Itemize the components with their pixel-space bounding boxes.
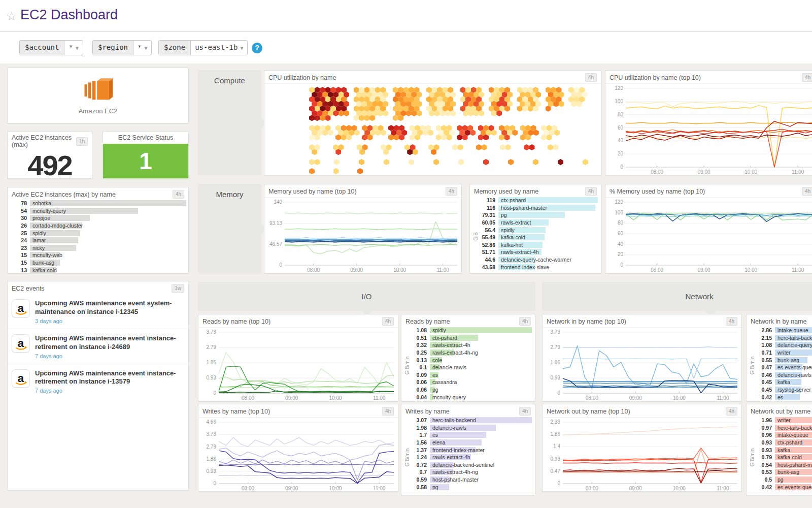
template-var-zone[interactable]: $zone us-east-1b▼ (158, 40, 248, 55)
bar-label: bunk-asg (32, 260, 54, 266)
hexbin-cell (533, 159, 538, 165)
var-value[interactable]: *▼ (64, 41, 82, 55)
help-icon[interactable]: ? (252, 43, 262, 53)
chevron-down-icon: ▼ (240, 45, 243, 51)
section-label-network: Network (542, 282, 812, 311)
bar-row: 0.72delancie-backend-sentinel (409, 461, 535, 469)
bar-track: bunk-asg (775, 469, 812, 475)
bar-list-axis-label: GiB (473, 221, 479, 252)
hexbin-cell (409, 159, 414, 165)
bar-track: nicky (30, 245, 188, 251)
bar-label: pg (432, 484, 438, 490)
hexbin-cluster (388, 125, 408, 141)
svg-text:08:00: 08:00 (651, 169, 663, 175)
bar-row: 44.6delancie-query-cache-warmer (477, 256, 601, 264)
svg-text:0.93: 0.93 (551, 375, 561, 380)
bar-value: 0.25 (409, 350, 427, 356)
bar-track: rawls-extract-4h (430, 342, 535, 348)
svg-text:20: 20 (618, 151, 624, 156)
hexbin-cluster (508, 159, 522, 165)
timeframe-badge: 4h (802, 187, 812, 196)
var-value[interactable]: us-east-1b▼ (191, 41, 247, 55)
hexbin-cluster (460, 87, 485, 116)
bar-track: intake-queue (775, 327, 812, 333)
event-title: Upcoming AWS maintenance event instance-… (35, 334, 183, 352)
bar-value: 1.7 (409, 432, 427, 438)
hexbin-cluster (568, 87, 588, 107)
hexbin-cell (334, 159, 340, 165)
bar-value: 0.97 (754, 425, 772, 431)
bar-row: 24lamar (9, 237, 188, 244)
bar-label: herc-tails-backend (777, 335, 812, 341)
favorite-star-icon[interactable]: ☆ (6, 9, 17, 23)
bar-track: delancie-rawls (430, 364, 535, 370)
template-variable-bar: $account *▼ $region *▼ $zone us-east-1b▼… (0, 32, 812, 64)
event-item[interactable]: a Upcoming AWS maintenance event instanc… (8, 329, 188, 364)
template-var-account[interactable]: $account *▼ (19, 40, 83, 55)
svg-text:3.73: 3.73 (207, 431, 217, 437)
bar-track: ctx-pshard (775, 439, 812, 446)
bar-track: herc-tails-backend (775, 425, 812, 431)
svg-text:0.93: 0.93 (207, 375, 217, 380)
hexbin-cluster (309, 168, 318, 174)
bar-track: pg (498, 212, 601, 218)
svg-text:10:00: 10:00 (329, 395, 342, 401)
bar-row: 0.04mcnulty-query (409, 393, 535, 401)
timeframe-badge: 1w (172, 284, 184, 293)
svg-text:120: 120 (615, 85, 623, 91)
hexbin-cluster (533, 159, 547, 165)
hexbin-cluster (359, 159, 373, 165)
hexbin-row (309, 87, 588, 121)
writes-list-widget: Writes by name 4h GiB/min3.07herc-tails-… (401, 404, 535, 495)
event-item[interactable]: a Upcoming AWS maintenance event instanc… (8, 364, 188, 399)
bar-row: 26cortado-mdog-cluster (9, 222, 188, 230)
bar-row: 0.93kafka (754, 446, 812, 454)
service-status-value: 1 (103, 144, 188, 178)
bar-row: 55.49kafka-cold (477, 234, 601, 241)
bar-track: intake-queue (775, 432, 812, 438)
memory-bar-list: GiB119ctx-pshard116host-pshard-master79.… (470, 197, 601, 271)
bar-value: 0.32 (409, 342, 427, 348)
bar-track: pg (775, 477, 812, 483)
hexbin-cluster (357, 168, 366, 174)
bar-row: 0.06cassandra (409, 378, 535, 386)
bar-value: 0.96 (754, 432, 772, 438)
svg-text:08:00: 08:00 (242, 486, 254, 491)
hexbin-cell (433, 159, 439, 165)
bar-row: 78sobotka (9, 200, 188, 207)
svg-text:11:00: 11:00 (437, 267, 450, 273)
bar-row: 52.86kafka-hot (477, 241, 601, 249)
hexbin-cluster (433, 159, 447, 165)
svg-text:a: a (17, 336, 24, 349)
bar-value: 0.13 (409, 357, 427, 363)
var-value[interactable]: *▼ (133, 41, 151, 55)
bar-row: 1.08delancie-query-cache-warmer (754, 341, 812, 349)
logo-label: Amazon EC2 (79, 107, 118, 115)
bar-label: es-events-queue (777, 364, 812, 370)
bar-value: 0.5 (754, 477, 772, 483)
widget-title: % Memory used by name (top 10) (610, 188, 705, 195)
bar-value: 0.79 (754, 454, 772, 460)
bar-label: es (432, 372, 438, 378)
bar-label: mcnulty-query (432, 394, 466, 400)
svg-text:1.86: 1.86 (207, 456, 217, 462)
template-var-region[interactable]: $region *▼ (92, 40, 152, 55)
bar-label: host-pshard-master (432, 477, 479, 483)
bar-row: 25spidly (9, 229, 188, 237)
svg-text:0: 0 (279, 262, 282, 268)
bar-label: delancie-backend-sentinel (432, 462, 494, 468)
bar-list-axis-label: GiB/min (404, 442, 410, 473)
hexbin-row (309, 125, 560, 141)
hexbin-cell (309, 159, 315, 165)
svg-text:11:00: 11:00 (792, 267, 804, 273)
bar-label: intake-queue (777, 432, 808, 438)
timeframe-badge: 4h (519, 317, 531, 326)
svg-text:08:00: 08:00 (586, 395, 598, 401)
bar-value: 23 (9, 245, 27, 251)
hexbin-cluster (520, 125, 539, 141)
widget-title: EC2 Service Status (118, 134, 173, 141)
event-item[interactable]: a Upcoming AWS maintenance event system-… (8, 294, 188, 329)
section-label-memory: Memory (198, 184, 261, 273)
bar-label: propjoe (32, 215, 50, 221)
bar-track: es-events-queue (775, 484, 812, 490)
